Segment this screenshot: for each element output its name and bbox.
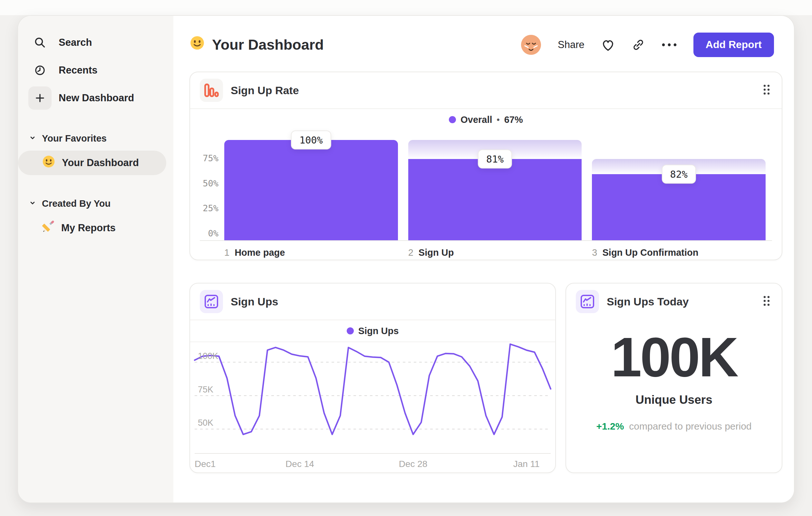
conversion-badge: 100% (291, 131, 331, 150)
sidebar-item-label: My Reports (61, 222, 116, 234)
sidebar-item-recents[interactable]: Recents (18, 56, 173, 84)
step-name: Home page (235, 247, 285, 258)
avatar[interactable] (520, 34, 542, 55)
drag-handle-icon[interactable] (761, 82, 772, 98)
funnel-bar-sign-up[interactable]: 81% (408, 140, 582, 240)
step-number: 1 (224, 247, 229, 258)
signup-rate-card: Sign Up Rate Overall • 67% (190, 72, 782, 260)
legend-dot (347, 327, 354, 334)
sidebar-item-new-dashboard[interactable]: New Dashboard (18, 84, 173, 112)
step-name: Sign Up Confirmation (602, 247, 698, 258)
sidebar-item-your-dashboard[interactable]: Your Dashboard (18, 151, 166, 175)
funnel-chart-icon (200, 79, 223, 102)
sidebar-section-created-by-you[interactable]: Created By You (18, 193, 173, 214)
funnel-bar-home-page[interactable]: 100% (224, 140, 398, 240)
smiley-emoji-icon (42, 155, 55, 171)
x-axis-labels: Dec1Dec 14Dec 28Jan 11 (195, 454, 551, 472)
step-number: 3 (592, 247, 597, 258)
signups-today-card: Sign Ups Today 100K Unique Users (566, 283, 782, 473)
page-title: Your Dashboard (190, 35, 324, 54)
sidebar-section-label: Created By You (42, 198, 111, 209)
sidebar-section-your-favorites[interactable]: Your Favorites (18, 128, 173, 149)
main-content: Your Dashboard Share (173, 16, 794, 503)
funnel-bar-sign-up-confirmation[interactable]: 82% (592, 140, 765, 240)
drag-handle-icon[interactable] (761, 294, 772, 309)
metric-body: 100K Unique Users +1.2% compared to prev… (566, 320, 782, 432)
favorite-heart-icon[interactable] (601, 38, 615, 52)
sidebar-item-my-reports[interactable]: My Reports (18, 216, 166, 240)
line-chart-plot[interactable]: 100K75K50K (195, 344, 551, 454)
conversion-badge: 81% (478, 150, 512, 169)
y-axis-tick: 50% (200, 178, 219, 188)
signup-rate-card-header: Sign Up Rate (190, 72, 782, 109)
share-button[interactable]: Share (558, 39, 584, 51)
sidebar-item-label: New Dashboard (59, 92, 134, 104)
add-report-button[interactable]: Add Report (693, 33, 774, 57)
page-title-text: Your Dashboard (212, 36, 324, 53)
sidebar-item-search[interactable]: Search (18, 29, 173, 56)
metric-delta-row: +1.2% compared to previous period (596, 421, 751, 432)
sidebar-item-label: Search (59, 37, 92, 48)
funnel-solid-segment (408, 159, 582, 240)
sidebar-section-label: Your Favorites (42, 133, 107, 144)
y-axis-tick: 25% (200, 203, 219, 213)
plus-icon (28, 86, 52, 110)
y-axis-tick: 75% (200, 153, 219, 163)
sidebar-item-label: Your Dashboard (62, 157, 139, 169)
step-label: 3 Sign Up Confirmation (592, 247, 765, 258)
card-title: Sign Ups (231, 295, 546, 308)
sidebar: Search Recents New Dashboard (18, 16, 173, 503)
delta-value: +1.2% (596, 421, 624, 432)
app-window: Search Recents New Dashboard (18, 15, 794, 503)
card-title: Sign Up Rate (231, 84, 753, 97)
bottom-cards-row: Sign Ups Sign Ups 100K75K50K Dec1Dec 14D… (190, 283, 782, 473)
legend-series-label: Overall (460, 114, 492, 125)
sidebar-item-label: Recents (59, 64, 98, 76)
smiley-emoji-icon (190, 35, 205, 54)
chevron-down-icon (29, 133, 36, 144)
funnel-step-labels: 1 Home page 2 Sign Up 3 Sign Up Confirma… (224, 247, 765, 258)
legend-dot (449, 116, 456, 123)
pencil-emoji-icon (42, 220, 55, 236)
metric-value: 100K (611, 329, 737, 385)
x-axis-tick: Dec 28 (399, 459, 428, 469)
funnel-solid-segment (592, 174, 765, 240)
signups-today-card-header: Sign Ups Today (566, 283, 782, 320)
desktop-background: Search Recents New Dashboard (0, 0, 812, 516)
signups-card: Sign Ups Sign Ups 100K75K50K Dec1Dec 14D… (190, 283, 556, 473)
funnel-solid-segment (224, 140, 398, 240)
line-chart-icon (576, 290, 599, 313)
step-name: Sign Up (418, 247, 454, 258)
legend-separator: • (497, 115, 500, 125)
header-actions: Share (520, 33, 774, 57)
chevron-down-icon (29, 198, 36, 209)
y-axis-tick: 0% (200, 228, 219, 238)
y-axis-tick: 75K (198, 385, 213, 395)
step-label: 1 Home page (224, 247, 398, 258)
signups-card-header: Sign Ups (190, 283, 555, 320)
y-axis-tick: 100K (198, 351, 218, 361)
search-icon (28, 31, 52, 54)
copy-link-icon[interactable] (632, 38, 645, 52)
step-label: 2 Sign Up (408, 247, 582, 258)
legend-series-label: Sign Ups (358, 326, 399, 336)
funnel-legend: Overall • 67% (190, 109, 782, 130)
top-strip (0, 0, 812, 15)
metric-label: Unique Users (635, 393, 713, 407)
recents-clock-icon (28, 59, 52, 82)
line-chart-icon (200, 290, 223, 313)
x-axis-tick: Dec 14 (286, 459, 314, 469)
delta-context: compared to previous period (629, 421, 751, 432)
funnel-plot: 75% 50% 25% 0% 100% 81% (200, 140, 772, 241)
conversion-badge: 82% (662, 164, 696, 184)
card-title: Sign Ups Today (607, 295, 753, 308)
more-options-icon[interactable] (661, 43, 677, 47)
step-number: 2 (408, 247, 413, 258)
x-axis-tick: Jan 11 (513, 459, 540, 469)
funnel-bars: 100% 81% 82% (224, 140, 765, 240)
dashboard-header: Your Dashboard Share (173, 16, 794, 72)
line-legend: Sign Ups (190, 320, 555, 342)
x-axis-tick: Dec1 (195, 459, 215, 469)
legend-value: 67% (504, 114, 523, 125)
y-axis-tick: 50K (198, 418, 213, 428)
